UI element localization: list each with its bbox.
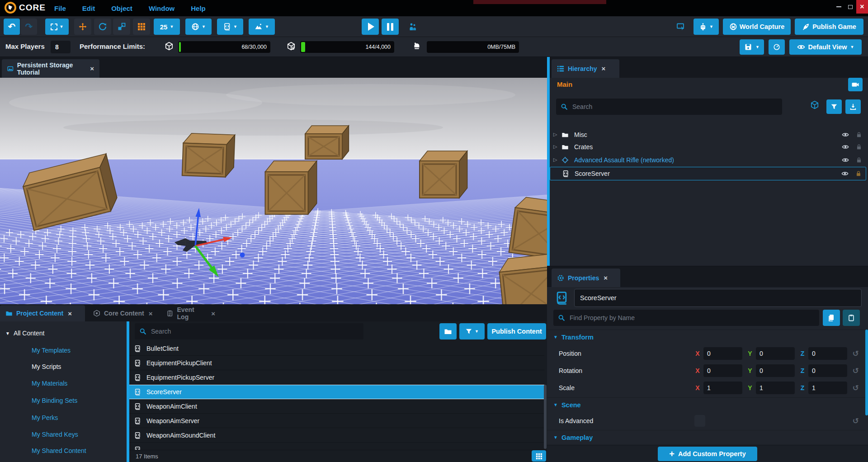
rotation-y-input[interactable] bbox=[756, 364, 795, 377]
sidebar-item-all-content[interactable]: ▼ All Content bbox=[5, 327, 44, 339]
list-item-selected[interactable]: ScoreServer bbox=[129, 385, 544, 399]
tab-event-log[interactable]: Event Log × bbox=[161, 305, 221, 321]
scale-y-input[interactable] bbox=[756, 382, 795, 394]
lock-icon[interactable] bbox=[855, 170, 862, 177]
visibility-eye-icon[interactable] bbox=[842, 143, 849, 151]
sidebar-item-my-scripts[interactable]: My Scripts bbox=[32, 360, 61, 373]
reset-icon[interactable]: ↺ bbox=[853, 416, 859, 426]
viewport-3d-scene[interactable] bbox=[0, 78, 547, 304]
sidebar-item-my-materials[interactable]: My Materials bbox=[32, 377, 67, 390]
visibility-eye-icon[interactable] bbox=[842, 156, 849, 164]
tab-properties[interactable]: Properties × bbox=[552, 269, 620, 287]
menu-edit[interactable]: Edit bbox=[82, 5, 95, 12]
close-icon[interactable]: × bbox=[602, 65, 606, 72]
tab-scene[interactable]: Persistent Storage Tutorial × bbox=[2, 59, 99, 78]
paste-properties-button[interactable] bbox=[843, 310, 860, 326]
scale-z-input[interactable] bbox=[808, 382, 847, 394]
world-capture-button[interactable]: World Capture bbox=[723, 19, 791, 35]
cinematic-camera-button[interactable] bbox=[848, 78, 863, 91]
rotate-tool-button[interactable] bbox=[94, 19, 111, 35]
section-transform[interactable]: ▼ Transform bbox=[547, 330, 865, 344]
lock-icon[interactable] bbox=[855, 131, 863, 138]
section-scene[interactable]: ▼ Scene bbox=[547, 397, 865, 412]
dynamic-objects-icon[interactable] bbox=[810, 100, 819, 109]
select-tool-button[interactable]: ▼ bbox=[45, 19, 69, 35]
reset-icon[interactable]: ↺ bbox=[853, 366, 859, 376]
default-view-dropdown[interactable]: Default View ▼ bbox=[789, 39, 862, 55]
section-gameplay[interactable]: ▼ Gameplay bbox=[547, 430, 865, 444]
list-item[interactable]: WeaponAimServer bbox=[129, 414, 544, 428]
visibility-eye-icon[interactable] bbox=[841, 170, 849, 177]
hierarchy-item-crates[interactable]: ▷ Crates bbox=[550, 141, 866, 153]
world-settings-dropdown[interactable]: ▼ bbox=[185, 19, 212, 35]
restore-button[interactable] bbox=[844, 0, 856, 14]
minimize-button[interactable] bbox=[833, 0, 844, 14]
collapse-all-button[interactable] bbox=[845, 99, 861, 114]
sidebar-item-my-perks[interactable]: My Perks bbox=[32, 411, 58, 424]
position-y-input[interactable] bbox=[756, 347, 795, 360]
reset-icon[interactable]: ↺ bbox=[853, 349, 859, 358]
move-tool-button[interactable] bbox=[74, 19, 91, 35]
sidebar-item-my-shared-content[interactable]: My Shared Content bbox=[32, 444, 86, 457]
bot-dropdown[interactable]: ▼ bbox=[693, 19, 719, 35]
close-icon[interactable]: × bbox=[68, 310, 72, 317]
close-button[interactable]: × bbox=[856, 0, 868, 14]
max-players-input[interactable] bbox=[51, 41, 71, 53]
close-icon[interactable]: × bbox=[211, 310, 215, 317]
position-x-input[interactable] bbox=[703, 347, 742, 360]
expander-icon[interactable]: ▷ bbox=[553, 157, 560, 163]
list-item[interactable]: BulletClient bbox=[129, 341, 544, 356]
menu-file[interactable]: File bbox=[54, 5, 66, 12]
hierarchy-item-scoreserver[interactable]: ScoreServer bbox=[550, 167, 866, 180]
copy-properties-button[interactable] bbox=[823, 310, 840, 326]
list-item[interactable]: WeaponAimSoundClient bbox=[129, 428, 544, 443]
grid-size-dropdown[interactable]: 25 ▼ bbox=[154, 19, 180, 35]
scale-x-input[interactable] bbox=[703, 382, 742, 394]
script-dropdown[interactable]: ▼ bbox=[217, 19, 243, 35]
rotation-z-input[interactable] bbox=[808, 364, 847, 377]
tab-hierarchy[interactable]: Hierarchy × bbox=[552, 59, 619, 78]
hierarchy-filter-button[interactable] bbox=[826, 99, 842, 114]
grid-snap-button[interactable] bbox=[133, 19, 150, 35]
position-z-input[interactable] bbox=[808, 347, 847, 360]
expander-icon[interactable]: ▷ bbox=[553, 132, 560, 137]
properties-scrollbar[interactable] bbox=[865, 330, 868, 415]
publish-content-button[interactable]: Publish Content bbox=[487, 323, 546, 339]
list-item[interactable]: EquipmentPickupServer bbox=[129, 370, 544, 385]
lock-icon[interactable] bbox=[855, 156, 863, 164]
hierarchy-item-assault-rifle[interactable]: ▷ Advanced Assault Rifle (networked) bbox=[550, 154, 866, 166]
is-advanced-checkbox[interactable] bbox=[694, 415, 705, 427]
hierarchy-search-input[interactable] bbox=[571, 103, 778, 111]
tab-core-content[interactable]: Core Content × bbox=[88, 305, 159, 321]
list-item-partial[interactable] bbox=[129, 443, 544, 450]
sidebar-item-my-templates[interactable]: My Templates bbox=[32, 344, 71, 357]
menu-help[interactable]: Help bbox=[191, 5, 206, 12]
close-icon[interactable]: × bbox=[149, 310, 153, 317]
list-item[interactable]: EquipmentPickupClient bbox=[129, 356, 544, 370]
save-dropdown[interactable]: ▼ bbox=[740, 39, 764, 55]
grid-view-button[interactable] bbox=[532, 450, 546, 462]
scene-name-label[interactable]: Main bbox=[557, 80, 572, 88]
list-item[interactable]: WeaponAimClient bbox=[129, 399, 544, 414]
content-filter-dropdown[interactable]: ▼ bbox=[459, 323, 485, 339]
add-custom-property-button[interactable]: + Add Custom Property bbox=[658, 447, 757, 461]
terrain-dropdown[interactable]: ▼ bbox=[249, 19, 275, 35]
scale-tool-button[interactable] bbox=[113, 19, 130, 35]
reset-icon[interactable]: ↺ bbox=[853, 383, 859, 393]
pause-button[interactable] bbox=[382, 19, 399, 35]
content-search-input[interactable] bbox=[150, 327, 359, 335]
performance-gauge-button[interactable] bbox=[769, 39, 785, 55]
publish-game-button[interactable]: Publish Game bbox=[795, 19, 863, 35]
sidebar-item-my-shared-keys[interactable]: My Shared Keys bbox=[32, 428, 78, 441]
sidebar-item-my-binding-sets[interactable]: My Binding Sets bbox=[32, 394, 77, 407]
file-list-scrollbar[interactable] bbox=[544, 385, 547, 449]
visibility-eye-icon[interactable] bbox=[842, 131, 849, 138]
redo-button[interactable]: ↷ bbox=[21, 19, 37, 35]
play-button[interactable] bbox=[362, 19, 379, 35]
close-icon[interactable]: × bbox=[604, 274, 608, 282]
preview-on-device-button[interactable] bbox=[672, 19, 689, 35]
object-name-input[interactable] bbox=[574, 289, 862, 307]
panel-resize-handle[interactable] bbox=[547, 57, 550, 266]
open-folder-button[interactable] bbox=[439, 323, 457, 339]
expander-icon[interactable]: ▷ bbox=[553, 144, 560, 150]
